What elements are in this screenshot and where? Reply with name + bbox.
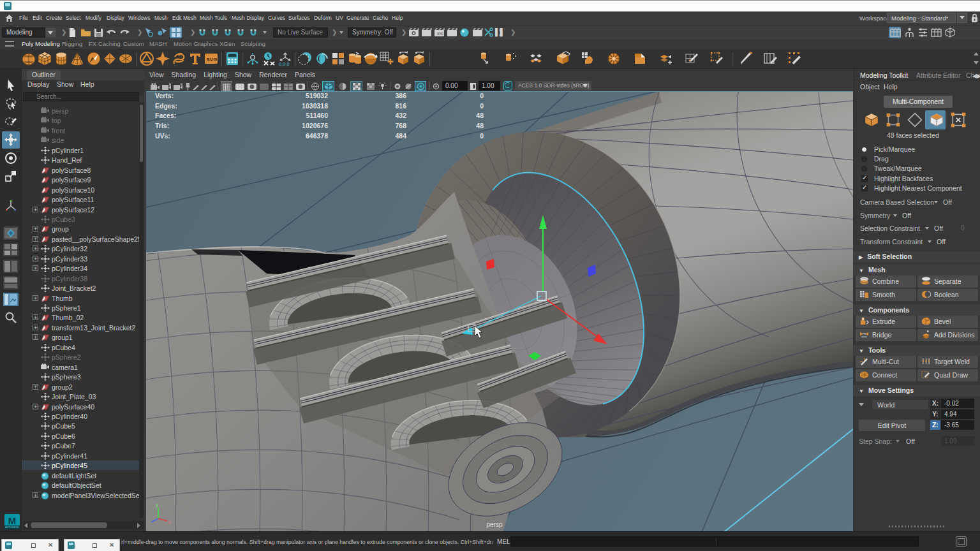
svg-text:511460: 511460 xyxy=(306,112,329,119)
svg-text:432: 432 xyxy=(395,112,406,119)
svg-text:484: 484 xyxy=(395,132,406,140)
svg-text:1020676: 1020676 xyxy=(302,122,328,129)
svg-text:0: 0 xyxy=(480,92,484,99)
svg-text:Verts:: Verts: xyxy=(155,92,174,99)
svg-text:0: 0 xyxy=(480,102,484,110)
svg-text:816: 816 xyxy=(395,102,406,110)
svg-text:48: 48 xyxy=(476,122,484,129)
svg-text:646378: 646378 xyxy=(306,132,328,140)
svg-text:IPR: IPR xyxy=(437,32,444,36)
svg-text:48: 48 xyxy=(476,112,484,119)
svg-text:UVs:: UVs: xyxy=(155,132,170,140)
svg-text:SVG: SVG xyxy=(207,57,218,62)
svg-text:y: y xyxy=(156,502,158,508)
svg-text:768: 768 xyxy=(395,122,406,129)
svg-text:519032: 519032 xyxy=(306,92,328,99)
svg-text:Faces:: Faces: xyxy=(155,112,176,119)
svg-text:x: x xyxy=(168,519,171,525)
svg-text:Tris:: Tris: xyxy=(155,122,169,129)
svg-text:386: 386 xyxy=(395,92,406,99)
svg-text:persp: persp xyxy=(486,521,502,528)
svg-text:Edges:: Edges: xyxy=(155,102,177,110)
svg-text:1030318: 1030318 xyxy=(302,102,328,110)
svg-text:0: 0 xyxy=(480,132,484,140)
svg-text:0,0,0: 0,0,0 xyxy=(279,61,290,66)
